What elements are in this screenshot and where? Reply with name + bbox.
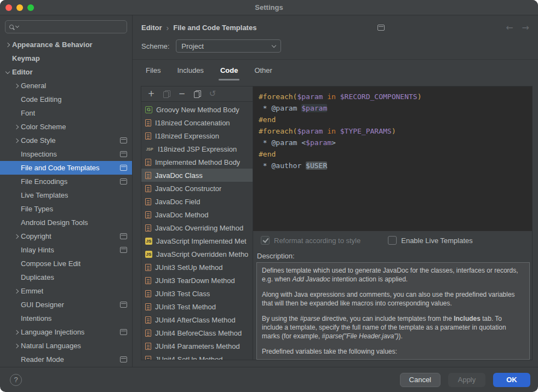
chevron-right-icon[interactable] [14,124,19,129]
remove-template-button[interactable]: − [178,90,186,99]
back-icon[interactable]: ← [506,22,513,33]
template-item-javadoc-method[interactable]: JavaDoc Method [141,208,253,221]
template-item-javadoc-constructor[interactable]: JavaDoc Constructor [141,182,253,195]
sidebar-item-emmet[interactable]: Emmet [0,284,132,298]
reset-template-button[interactable]: ↺ [208,90,217,99]
template-description[interactable]: Defines template which used to generate … [256,262,530,360]
template-item-javascript-implemented-met[interactable]: JSJavaScript Implemented Met [141,234,253,247]
sidebar-item-file-encodings[interactable]: File Encodings [0,175,132,188]
create-child-template-button[interactable] [162,90,171,99]
sidebar-item-inspections[interactable]: Inspections [0,147,132,161]
template-item-junit4-beforeclass-method[interactable]: JUnit4 BeforeClass Method [141,326,253,339]
add-template-button[interactable]: + [147,90,156,99]
template-item-i18nized-jsp-expression[interactable]: JSPI18nized JSP Expression [141,142,253,155]
search-input[interactable] [21,23,123,31]
chevron-right-icon[interactable] [14,343,19,348]
forward-icon[interactable]: → [522,22,529,33]
code-token: $USER [306,162,327,170]
chevron-right-icon[interactable] [14,138,19,142]
sidebar-item-android-design-tools[interactable]: Android Design Tools [0,216,132,229]
template-item-groovy-new-method-body[interactable]: GGroovy New Method Body [141,103,253,116]
sidebar-item-label: Live Templates [21,191,68,199]
code-token: > [331,139,336,147]
sidebar-item-file-types[interactable]: File Types [0,202,132,216]
tab-other[interactable]: Other [254,60,272,80]
chevron-down-icon[interactable] [5,69,10,73]
sidebar-item-reader-mode[interactable]: Reader Mode [0,353,132,366]
chevron-right-icon[interactable] [14,234,19,238]
reformat-checkbox[interactable]: Reformat according to style [261,236,360,245]
chevron-right-icon[interactable] [14,83,19,88]
sidebar-item-keymap[interactable]: Keymap [0,51,132,65]
sidebar-item-live-templates[interactable]: Live Templates [0,188,132,202]
template-icon [145,264,151,271]
sidebar-item-code-style[interactable]: Code Style [0,134,132,147]
description-paragraph: Predefined variables take the following … [262,347,524,356]
sidebar-item-inlay-hints[interactable]: Inlay Hints [0,243,132,257]
sidebar-item-general[interactable]: General [0,79,132,93]
sidebar-item-compose-live-edit[interactable]: Compose Live Edit [0,257,132,270]
copy-template-button[interactable] [193,90,202,99]
cancel-button[interactable]: Cancel [400,373,440,387]
template-item-junit3-test-method[interactable]: JUnit3 Test Method [141,300,253,313]
sidebar-item-file-and-code-templates[interactable]: File and Code Templates [0,161,132,175]
template-icon [145,198,151,205]
code-line: * @param <$param> [259,137,526,148]
chevron-right-icon[interactable] [14,289,19,293]
template-item-junit3-teardown-method[interactable]: JUnit3 TearDown Method [141,274,253,287]
chevron-right-icon[interactable] [14,330,19,334]
sidebar-item-gui-designer[interactable]: GUI Designer [0,298,132,312]
help-button[interactable]: ? [10,374,22,386]
apply-button[interactable]: Apply [448,373,485,387]
template-code-editor[interactable]: #foreach($param in $RECORD_COMPONENTS) *… [253,87,532,231]
zoom-window-button[interactable] [27,4,34,11]
scheme-select[interactable]: Project [176,39,281,53]
sidebar-item-editor[interactable]: Editor [0,65,132,79]
template-item-label: JUnit4 AfterClass Method [155,316,236,324]
template-item-junit4-setup-method[interactable]: JUnit4 SetUp Method [141,353,253,360]
sidebar-item-language-injections[interactable]: Language Injections [0,325,132,339]
template-item-i18nized-expression[interactable]: I18nized Expression [141,129,253,142]
sidebar-item-appearance-behavior[interactable]: Appearance & Behavior [0,38,132,51]
code-line: * @author $USER [259,160,526,171]
settings-search-field[interactable] [5,20,127,33]
template-item-javadoc-class[interactable]: JavaDoc Class [141,169,253,182]
template-item-i18nized-concatenation[interactable]: I18nized Concatenation [141,116,253,129]
template-item-implemented-method-body[interactable]: Implemented Method Body [141,155,253,169]
sidebar-item-copyright[interactable]: Copyright [0,229,132,243]
template-item-javascript-overridden-metho[interactable]: JSJavaScript Overridden Metho [141,247,253,261]
sidebar-item-label: Code Editing [21,95,61,103]
code-token: $RECORD_COMPONENTS [340,93,417,101]
sidebar-item-intentions[interactable]: Intentions [0,312,132,325]
enable-live-templates-checkbox[interactable]: Enable Live Templates [388,236,473,245]
tab-code[interactable]: Code [220,60,238,80]
breadcrumb-editor[interactable]: Editor [141,24,162,32]
template-item-javadoc-field[interactable]: JavaDoc Field [141,195,253,208]
template-item-javadoc-overriding-method[interactable]: JavaDoc Overriding Method [141,221,253,234]
sidebar-item-font[interactable]: Font [0,106,132,120]
tab-includes[interactable]: Includes [177,60,203,80]
tab-files[interactable]: Files [146,60,161,80]
sidebar-item-duplicates[interactable]: Duplicates [0,270,132,284]
description-text: Predefined variables take the following … [262,348,397,355]
screen-badge-icon [120,329,127,335]
template-item-junit4-afterclass-method[interactable]: JUnit4 AfterClass Method [141,313,253,326]
template-item-junit3-setup-method[interactable]: JUnit3 SetUp Method [141,261,253,274]
search-history-chevron-icon[interactable] [15,24,19,28]
screen-badge-icon [120,302,127,308]
chevron-right-icon[interactable] [5,42,10,47]
template-item-junit3-test-class[interactable]: JUnit3 Test Class [141,287,253,300]
sidebar-item-natural-languages[interactable]: Natural Languages [0,339,132,353]
template-item-label: JUnit4 SetUp Method [155,355,223,360]
minimize-window-button[interactable] [16,4,23,11]
sidebar-item-code-editing[interactable]: Code Editing [0,93,132,106]
sidebar-item-label: File Types [21,205,53,213]
code-token: $param [301,104,327,112]
template-item-junit4-parameters-method[interactable]: JUnit4 Parameters Method [141,339,253,353]
enable-live-templates-label: Enable Live Templates [401,237,473,245]
ok-button[interactable]: OK [493,373,530,387]
close-window-button[interactable] [5,4,12,11]
screen-badge-icon [120,165,127,171]
screen-badge-icon [120,137,127,143]
sidebar-item-color-scheme[interactable]: Color Scheme [0,120,132,134]
